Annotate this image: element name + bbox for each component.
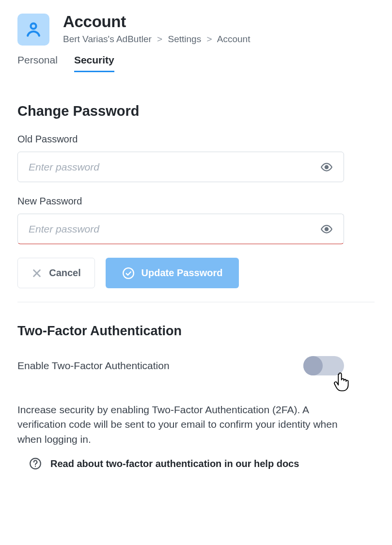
eye-icon[interactable]: [320, 161, 333, 173]
new-password-input[interactable]: [29, 223, 320, 235]
two-factor-description: Increase security by enabling Two-Factor…: [17, 403, 347, 447]
two-factor-toggle-label: Enable Two-Factor Authentication: [17, 360, 170, 372]
question-circle-icon: [29, 457, 42, 470]
update-password-button[interactable]: Update Password: [106, 258, 239, 288]
update-password-button-label: Update Password: [141, 267, 223, 279]
change-password-heading: Change Password: [17, 103, 375, 119]
new-password-input-wrap: [17, 214, 344, 244]
old-password-input[interactable]: [29, 161, 320, 173]
cancel-button[interactable]: Cancel: [17, 258, 95, 288]
old-password-input-wrap: [17, 152, 344, 182]
check-circle-icon: [122, 267, 135, 280]
old-password-label: Old Password: [17, 134, 375, 145]
two-factor-help-link[interactable]: Read about two-factor authentication in …: [50, 458, 299, 469]
chevron-right-icon: >: [206, 34, 212, 44]
two-factor-toggle[interactable]: [303, 356, 344, 375]
breadcrumb: Bert Varias's AdButler > Settings > Acco…: [63, 34, 250, 45]
svg-point-5: [123, 268, 134, 279]
new-password-label: New Password: [17, 196, 375, 207]
toggle-knob: [303, 356, 323, 375]
tab-security[interactable]: Security: [74, 52, 114, 72]
svg-point-2: [325, 227, 329, 231]
eye-icon[interactable]: [320, 223, 333, 235]
tab-personal[interactable]: Personal: [17, 52, 58, 72]
tabs: Personal Security: [17, 52, 375, 72]
two-factor-heading: Two-Factor Authentication: [17, 324, 375, 339]
chevron-right-icon: >: [157, 34, 162, 44]
page-title: Account: [63, 13, 250, 31]
breadcrumb-item: Account: [217, 34, 251, 44]
breadcrumb-item[interactable]: Settings: [168, 34, 201, 44]
breadcrumb-item[interactable]: Bert Varias's AdButler: [63, 34, 152, 44]
svg-point-0: [31, 23, 36, 29]
account-avatar: [17, 14, 49, 46]
cancel-button-label: Cancel: [49, 267, 81, 279]
svg-point-1: [325, 165, 329, 169]
divider: [17, 302, 375, 302]
person-icon: [24, 20, 43, 39]
close-icon: [31, 268, 42, 279]
